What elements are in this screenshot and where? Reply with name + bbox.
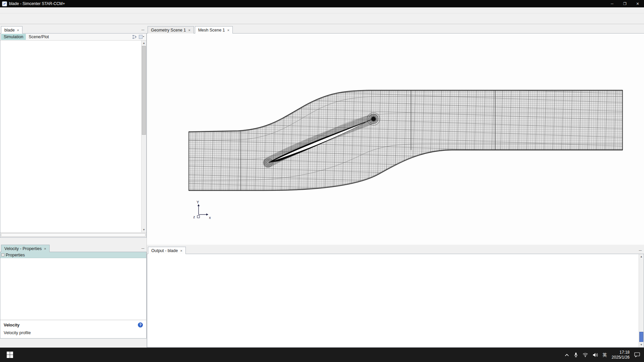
menu-bar [0, 7, 644, 13]
window-title: blade - Simcenter STAR-CCM+ [9, 1, 65, 6]
property-help-box: Velocity ? Velocity profile [0, 320, 146, 338]
window-close-button[interactable]: ✕ [631, 0, 644, 7]
tab-scene-plot[interactable]: Scene/Plot [26, 34, 51, 40]
clock[interactable]: 17:18 2025/1/26 [612, 350, 630, 360]
properties-section-header[interactable]: − Properties [0, 252, 146, 258]
scene-column: Geometry Scene 1 × Mesh Scene 1 × [147, 24, 644, 348]
title-bar: blade - Simcenter STAR-CCM+ ─ ❐ ✕ [0, 0, 644, 7]
tab-blade[interactable]: blade × [1, 26, 22, 34]
help-description: Velocity profile [4, 330, 143, 335]
output-minimize-icon[interactable]: ─ [637, 248, 644, 254]
axis-triad: Y x z [191, 200, 212, 221]
tree-options-icon[interactable] [132, 35, 137, 39]
start-button[interactable] [0, 348, 19, 362]
help-title: Velocity [4, 323, 19, 327]
microphone-icon[interactable] [574, 352, 578, 357]
tray-expand-icon[interactable] [565, 353, 569, 357]
properties-panel: − Properties Velocity ? Velocity profile [0, 252, 147, 339]
tree-horizontal-scrollbar[interactable] [0, 232, 146, 237]
console-scrollbar-thumb[interactable] [639, 332, 643, 342]
tab-geometry-scene[interactable]: Geometry Scene 1 × [148, 26, 194, 34]
tab-output-blade[interactable]: Output - blade × [148, 247, 186, 254]
wifi-icon[interactable] [583, 353, 588, 357]
collapse-icon[interactable]: − [1, 253, 4, 256]
explorer-column: blade × ─ Simulation Scene/Plot ▲ ▼ [0, 24, 147, 348]
speaker-icon[interactable] [593, 353, 598, 357]
output-tabstrip: Output - blade × ─ [147, 245, 644, 254]
windows-taskbar: 英 17:18 2025/1/26 [0, 348, 644, 362]
close-icon[interactable]: × [180, 249, 182, 253]
axis-y-label: Y [197, 200, 199, 204]
axis-x-label: x [209, 216, 211, 220]
simulation-panel: Simulation Scene/Plot ▲ ▼ [0, 34, 147, 238]
mesh-scene-canvas[interactable]: Y x z [147, 34, 644, 245]
close-icon[interactable]: × [44, 247, 46, 251]
tray-time: 17:18 [612, 350, 630, 355]
close-icon[interactable]: × [188, 28, 190, 32]
output-console[interactable]: ▲ ▼ [147, 254, 644, 348]
document-tabstrip: blade × ─ [0, 24, 147, 34]
windows-logo-icon [7, 352, 13, 358]
tray-date: 2025/1/26 [612, 355, 630, 360]
tree-vertical-scrollbar[interactable]: ▲ ▼ [141, 41, 146, 232]
scene-tabstrip: Geometry Scene 1 × Mesh Scene 1 × [147, 24, 644, 34]
scroll-up-icon[interactable]: ▲ [639, 254, 644, 259]
tab-mesh-scene[interactable]: Mesh Scene 1 × [195, 26, 233, 34]
window-maximize-button[interactable]: ❐ [619, 0, 631, 7]
panel-minimize-icon[interactable]: ─ [139, 27, 147, 34]
help-icon[interactable]: ? [138, 322, 143, 327]
console-scrollbar[interactable]: ▲ ▼ [639, 254, 644, 347]
close-icon[interactable]: × [227, 28, 229, 32]
tab-simulation[interactable]: Simulation [1, 34, 26, 40]
scroll-up-icon[interactable]: ▲ [142, 41, 146, 46]
language-indicator[interactable]: 英 [603, 352, 607, 358]
main-toolbar [0, 13, 644, 24]
notification-center-icon[interactable] [634, 352, 640, 357]
properties-tabstrip: Velocity - Properties × ─ [0, 243, 147, 252]
view-tabs: Simulation Scene/Plot [0, 34, 146, 41]
window-minimize-button[interactable]: ─ [606, 0, 619, 7]
output-panel: Output - blade × ─ ▲ ▼ [147, 245, 644, 348]
properties-minimize-icon[interactable]: ─ [139, 246, 147, 252]
close-icon[interactable]: × [17, 28, 19, 32]
scroll-down-icon[interactable]: ▼ [142, 227, 146, 232]
axis-z-label: z [193, 215, 195, 219]
tab-velocity-properties[interactable]: Velocity - Properties × [1, 245, 50, 252]
main-area: blade × ─ Simulation Scene/Plot ▲ ▼ [0, 24, 644, 348]
tree-scrollbar-thumb[interactable] [142, 46, 146, 135]
app-logo-icon [2, 1, 7, 6]
simulation-tree: ▲ ▼ [0, 41, 146, 232]
system-tray: 英 17:18 2025/1/26 [565, 348, 644, 362]
scroll-down-icon[interactable]: ▼ [639, 342, 644, 347]
console-text [152, 255, 638, 347]
tree-view-dropdown-icon[interactable] [139, 35, 144, 39]
mesh-visualization [147, 34, 644, 245]
